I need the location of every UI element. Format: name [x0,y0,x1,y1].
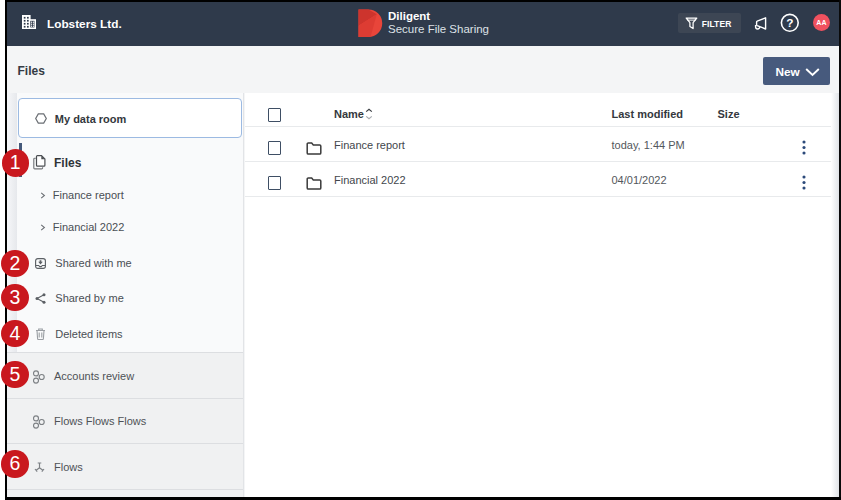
svg-text:?: ? [786,16,793,30]
